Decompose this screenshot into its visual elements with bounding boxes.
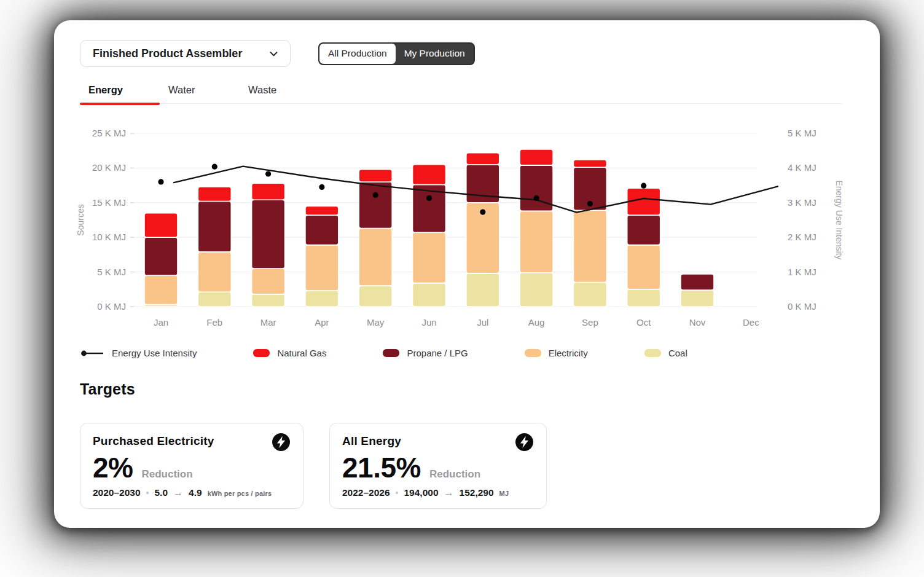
target-value-row: 21.5%Reduction [342, 452, 534, 484]
bar-segment-coal [252, 294, 285, 307]
month-label: Jan [154, 317, 168, 328]
bar-segment-coal [198, 292, 231, 307]
arrow-right-icon: → [173, 487, 183, 498]
bar-segment-electricity [198, 252, 231, 292]
legend-item-coal: Coal [644, 348, 687, 358]
bar-segment-electricity [359, 229, 392, 286]
bar-segment-electricity [520, 211, 553, 272]
target-value-label: Reduction [429, 468, 480, 481]
lightning-bolt-icon [515, 433, 534, 452]
legend-swatch-icon [525, 349, 541, 357]
toggle-all-production[interactable]: All Production [319, 44, 396, 64]
line-dot-marker-icon [80, 350, 104, 357]
legend-label: Natural Gas [277, 348, 326, 358]
target-card-purchased-electricity: Purchased Electricity2%Reduction2020–203… [80, 423, 303, 509]
left-axis-tick-label: 15 K MJ [92, 197, 126, 208]
legend-item-energy-use-intensity: Energy Use Intensity [80, 348, 197, 358]
toggle-my-production[interactable]: My Production [396, 44, 474, 64]
month-label: Feb [206, 317, 222, 328]
bar-segment-electricity [144, 275, 178, 304]
energy-chart: 0 K MJ5 K MJ10 K MJ15 K MJ20 K MJ25 K MJ… [72, 112, 847, 335]
tab-waste[interactable]: Waste [240, 84, 319, 103]
legend-label: Propane / LPG [407, 348, 468, 358]
scatter-dot [158, 179, 163, 184]
left-axis-tick-label: 5 K MJ [97, 267, 126, 277]
tab-energy[interactable]: Energy [80, 84, 160, 103]
right-axis-tick-label: 5 K MJ [788, 128, 816, 138]
bar-segment-electricity [413, 232, 446, 283]
scatter-dot [534, 195, 539, 201]
target-value-row: 2%Reduction [93, 452, 291, 484]
left-axis-title: Sources [76, 204, 85, 235]
dropdown-label: Finished Product Assembler [93, 47, 242, 60]
target-value-label: Reduction [141, 468, 192, 481]
scatter-dot [426, 195, 432, 201]
tab-bar: EnergyWaterWaste [80, 84, 842, 104]
scatter-dot [265, 171, 271, 176]
right-axis-title: Energy Use Intensity [834, 180, 844, 259]
right-axis-tick-label: 3 K MJ [788, 197, 816, 208]
bar-segment-coal [466, 273, 499, 307]
bar-segment-natural-gas [573, 160, 606, 167]
bar-segment-coal [520, 273, 553, 307]
left-axis-tick-label: 10 K MJ [92, 232, 126, 242]
right-axis-tick-label: 2 K MJ [788, 232, 816, 242]
target-unit: MJ [499, 490, 509, 497]
target-value: 21.5% [342, 452, 421, 484]
month-label: Dec [743, 317, 759, 328]
target-from-value: 5.0 [155, 487, 168, 498]
month-label: Nov [689, 317, 706, 328]
page-background: Finished Product Assembler All Productio… [0, 0, 924, 577]
separator-dot: • [146, 488, 149, 498]
bar-segment-coal [627, 289, 660, 307]
target-card-title: Purchased Electricity [93, 433, 214, 448]
target-unit: kWh per pcs / pairs [208, 490, 272, 497]
targets-heading: Targets [80, 380, 135, 398]
right-axis-tick-label: 4 K MJ [788, 162, 816, 173]
arrow-right-icon: → [444, 487, 454, 498]
target-detail-row: 2022–2026•194,000→152,290MJ [342, 487, 534, 498]
assembler-dropdown[interactable]: Finished Product Assembler [80, 40, 291, 67]
bar-segment-natural-gas [198, 187, 231, 202]
month-label: Oct [636, 317, 651, 328]
left-axis-tick-label: 0 K MJ [97, 301, 126, 312]
bar-segment-coal [573, 283, 606, 307]
right-axis-tick-label: 0 K MJ [788, 301, 816, 312]
bar-segment-coal [359, 286, 392, 307]
tab-water[interactable]: Water [160, 84, 240, 103]
bar-segment-electricity [573, 210, 606, 282]
legend-label: Coal [668, 348, 687, 358]
left-axis-tick-label: 25 K MJ [92, 128, 126, 138]
scatter-dot [319, 184, 324, 190]
legend-item-propane-lpg: Propane / LPG [383, 348, 468, 358]
target-card-all-energy: All Energy21.5%Reduction2022–2026•194,00… [329, 423, 547, 509]
active-tab-underline [80, 103, 160, 105]
bar-segment-natural-gas [359, 170, 392, 182]
chart-legend: Energy Use IntensityNatural GasPropane /… [80, 348, 687, 358]
target-period: 2022–2026 [342, 487, 390, 498]
target-value: 2% [93, 452, 133, 484]
bar-segment-propane-lpg [198, 202, 231, 252]
target-card-title: All Energy [342, 433, 401, 448]
bar-segment-electricity [305, 245, 339, 291]
month-label: Jul [477, 317, 488, 328]
legend-swatch-icon [644, 349, 661, 357]
lightning-bolt-icon [272, 433, 291, 452]
target-from-value: 194,000 [404, 487, 439, 498]
target-cards-row: Purchased Electricity2%Reduction2020–203… [80, 423, 547, 509]
target-period: 2020–2030 [93, 487, 141, 498]
scatter-dot [641, 183, 646, 189]
legend-label: Electricity [549, 348, 588, 358]
bar-segment-electricity [627, 245, 660, 289]
bar-segment-propane-lpg [252, 200, 285, 269]
bar-segment-propane-lpg [627, 215, 660, 245]
legend-item-natural-gas: Natural Gas [253, 348, 326, 358]
production-toggle: All Production My Production [318, 42, 475, 65]
left-axis-tick-label: 20 K MJ [92, 162, 126, 173]
bar-segment-coal [305, 291, 339, 307]
bar-segment-propane-lpg [681, 274, 714, 290]
month-label: Sep [582, 317, 598, 328]
bar-segment-coal [413, 283, 446, 307]
month-label: May [367, 317, 385, 328]
month-label: Jun [421, 317, 436, 328]
